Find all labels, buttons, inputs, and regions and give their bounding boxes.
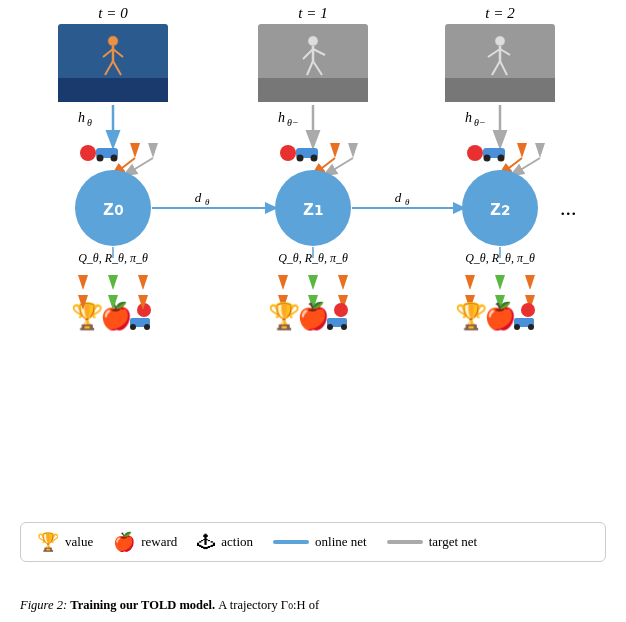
d-sub-01: θ: [205, 197, 210, 207]
out-arrow-1a: [278, 275, 288, 290]
legend-reward-label: reward: [141, 534, 177, 550]
legend-item-target: target net: [387, 534, 478, 550]
out-ball-1: [334, 303, 348, 317]
out-arrow-0a: [78, 275, 88, 290]
line-gray-1: [325, 158, 353, 175]
h-subscript-0: θ: [87, 117, 92, 128]
thumb-t0-floor: [58, 78, 168, 102]
z-label-0: z₀: [103, 195, 123, 220]
icon-tri-gray-2: [535, 143, 545, 158]
out-arrow-2a: [465, 275, 475, 290]
out-arrow-1b: [308, 275, 318, 290]
legend-target-label: target net: [429, 534, 478, 550]
icon-ball-2: [467, 145, 483, 161]
out-car-w1-1: [327, 324, 333, 330]
out-ball-2: [521, 303, 535, 317]
svg-point-6: [308, 36, 318, 46]
icon-arrow-down-0: [130, 143, 140, 158]
icon-car-wheel1-1: [297, 155, 304, 162]
z-label-2: z₂: [490, 195, 510, 220]
line-gray-2: [512, 158, 540, 175]
legend-item-value: 🏆 value: [37, 531, 93, 553]
out-arrow-0c: [138, 275, 148, 290]
d-sub-12: θ: [405, 197, 410, 207]
icon-arrow-down-1: [330, 143, 340, 158]
fig-label: Figure 2:: [20, 598, 67, 612]
icon-apple-0: 🍎: [100, 300, 133, 332]
figure-caption: Figure 2: Training our TOLD model. A tra…: [20, 597, 606, 615]
thumb-t2-floor: [445, 78, 555, 102]
out-arrow-1c: [338, 275, 348, 290]
legend-online-line: [273, 540, 309, 544]
legend-apple-icon: 🍎: [113, 531, 135, 553]
icon-ball-1: [280, 145, 296, 161]
icon-car-wheel2-0: [111, 155, 118, 162]
legend-online-label: online net: [315, 534, 367, 550]
icon-tri-gray-0: [148, 143, 158, 158]
svg-point-0: [108, 36, 118, 46]
out-arrow-0b: [108, 275, 118, 290]
d-label-01: d: [195, 190, 202, 205]
legend-trophy-icon: 🏆: [37, 531, 59, 553]
z-label-1: z₁: [303, 195, 323, 220]
legend-action-label: action: [221, 534, 253, 550]
icon-tri-gray-1: [348, 143, 358, 158]
time-label-2: t = 2: [485, 5, 515, 21]
out-car-w2-0: [144, 324, 150, 330]
icon-car-wheel1-0: [97, 155, 104, 162]
d-label-12: d: [395, 190, 402, 205]
time-label-1: t = 1: [298, 5, 327, 21]
icon-car-wheel1-2: [484, 155, 491, 162]
line-gray-0: [125, 158, 153, 175]
icon-ball-0: [80, 145, 96, 161]
time-label-0: t = 0: [98, 5, 128, 21]
legend-target-line: [387, 540, 423, 544]
legend-item-online: online net: [273, 534, 367, 550]
main-diagram-svg: t = 0 t = 1 t = 2: [0, 0, 626, 540]
legend-item-reward: 🍎 reward: [113, 531, 177, 553]
h-label-1: h: [278, 110, 285, 125]
h-label-0: h: [78, 110, 85, 125]
icon-car-wheel2-1: [311, 155, 318, 162]
h-label-2: h: [465, 110, 472, 125]
out-car-w1-2: [514, 324, 520, 330]
h-subscript-1: θ−: [287, 117, 299, 128]
thumb-t1-floor: [258, 78, 368, 102]
fig-bold-text: Training our TOLD model.: [70, 598, 218, 612]
svg-point-12: [495, 36, 505, 46]
legend-item-action: 🕹 action: [197, 532, 253, 553]
out-car-w2-2: [528, 324, 534, 330]
h-subscript-2: θ−: [474, 117, 486, 128]
ellipsis: ...: [560, 195, 577, 220]
icon-apple-2: 🍎: [484, 300, 517, 332]
icon-apple-1: 🍎: [297, 300, 330, 332]
legend-action-icon: 🕹: [197, 532, 215, 553]
legend: 🏆 value 🍎 reward 🕹 action online net tar…: [20, 522, 606, 562]
icon-car-wheel2-2: [498, 155, 505, 162]
out-car-w2-1: [341, 324, 347, 330]
fig-text: A trajectory Γ₀:H of: [218, 598, 319, 612]
icon-arrow-down-2: [517, 143, 527, 158]
diagram-container: t = 0 t = 1 t = 2: [0, 0, 626, 622]
out-car-w1-0: [130, 324, 136, 330]
out-arrow-2c: [525, 275, 535, 290]
legend-value-label: value: [65, 534, 93, 550]
out-arrow-2b: [495, 275, 505, 290]
